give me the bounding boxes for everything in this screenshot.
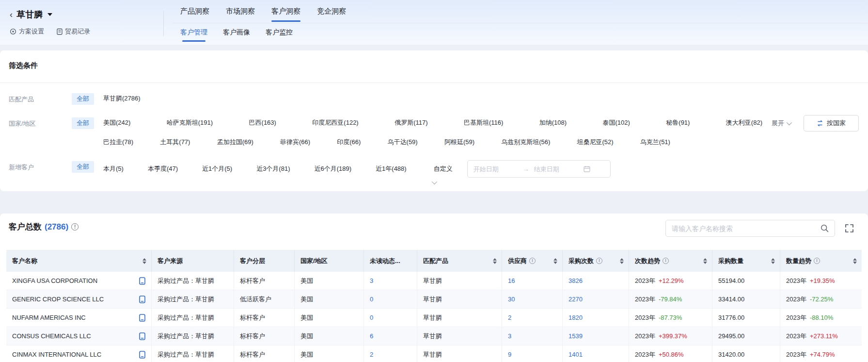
unread-updates-link[interactable]: 0: [370, 314, 373, 321]
country-option[interactable]: 澳大利亚(82): [726, 118, 762, 127]
country-option[interactable]: 印度(66): [337, 138, 361, 147]
sort-icon[interactable]: [553, 258, 557, 264]
country-option[interactable]: 巴拉圭(78): [103, 138, 133, 147]
period-option[interactable]: 近1个月(5): [202, 165, 232, 173]
contact-card-icon[interactable]: [139, 351, 145, 359]
unread-updates-link[interactable]: 6: [370, 332, 373, 340]
new-customer-filter-all[interactable]: 全部: [72, 161, 94, 173]
unread-updates-link[interactable]: 2: [370, 351, 373, 358]
purchase-count-link[interactable]: 1401: [568, 351, 583, 358]
column-header-quantity-trend[interactable]: 数量趋势!: [780, 250, 862, 272]
country-option[interactable]: 孟加拉国(69): [217, 138, 253, 147]
subtab-customer-management[interactable]: 客户管理: [180, 28, 207, 42]
suppliers-link[interactable]: 16: [508, 277, 515, 284]
scheme-settings-button[interactable]: 方案设置: [10, 27, 44, 36]
customer-search-input[interactable]: [672, 225, 817, 232]
customer-tier: 标杆客户: [234, 309, 295, 327]
customer-name[interactable]: XINGFA USA CORPORATION: [12, 277, 97, 284]
sort-icon[interactable]: [853, 258, 857, 264]
column-header-suppliers[interactable]: 供应商!: [502, 250, 563, 272]
country-option[interactable]: 巴西(163): [249, 118, 276, 127]
country-option[interactable]: 乌兹别克斯坦(56): [501, 138, 550, 147]
column-header-product[interactable]: 匹配产品: [417, 250, 502, 272]
tab-product-insight[interactable]: 产品洞察: [180, 7, 209, 22]
customer-name[interactable]: GENERIC CROP SCIENCE LLC: [12, 296, 104, 303]
fullscreen-icon[interactable]: [845, 224, 854, 233]
subtab-customer-profile[interactable]: 客户画像: [223, 28, 250, 42]
end-date-input[interactable]: [534, 165, 579, 173]
contact-card-icon[interactable]: [139, 277, 145, 285]
collapse-filter-button[interactable]: [422, 178, 446, 187]
start-date-input[interactable]: [473, 165, 518, 173]
country-option[interactable]: 乌干达(59): [388, 138, 418, 147]
table-row[interactable]: GENERIC CROP SCIENCE LLC 采购过产品：草甘膦 低活跃客户…: [6, 290, 862, 309]
subtab-customer-monitor[interactable]: 客户监控: [266, 28, 293, 42]
contact-card-icon[interactable]: [139, 314, 145, 322]
suppliers-link[interactable]: 3: [508, 332, 511, 340]
info-icon[interactable]: !: [596, 258, 602, 264]
table-row[interactable]: CINMAX INTERNATIONAL LLC 采购过产品：草甘膦 标杆客户 …: [6, 346, 862, 362]
table-row[interactable]: CONSUS CHEMICALS LLC 采购过产品：草甘膦 标杆客户 美国 6…: [6, 327, 862, 346]
unread-updates-link[interactable]: 0: [370, 296, 373, 303]
info-icon[interactable]: !: [814, 258, 820, 264]
sort-icon[interactable]: [620, 258, 624, 264]
country-option[interactable]: 坦桑尼亚(52): [577, 138, 614, 147]
search-icon[interactable]: [821, 224, 829, 232]
sort-icon[interactable]: [142, 258, 146, 264]
table-row[interactable]: NUFARM AMERICAS INC 采购过产品：草甘膦 标杆客户 美国 0 …: [6, 309, 862, 327]
purchase-count-link[interactable]: 3826: [568, 277, 583, 284]
trade-records-button[interactable]: 贸易记录: [57, 27, 90, 36]
sort-icon[interactable]: [493, 258, 497, 264]
column-header-name[interactable]: 客户名称: [6, 250, 152, 272]
country-option[interactable]: 土耳其(77): [160, 138, 190, 147]
sort-icon[interactable]: [771, 258, 775, 264]
period-option[interactable]: 本季度(47): [148, 165, 178, 173]
country-option[interactable]: 印度尼西亚(122): [312, 118, 358, 127]
country-option[interactable]: 俄罗斯(117): [395, 118, 427, 127]
country-option[interactable]: 乌克兰(51): [640, 138, 670, 147]
country-option[interactable]: 巴基斯坦(116): [464, 118, 503, 127]
contact-card-icon[interactable]: [139, 296, 145, 303]
column-header-purchases[interactable]: 采购次数!: [563, 250, 629, 272]
country-option[interactable]: 菲律宾(66): [280, 138, 310, 147]
purchase-count-link[interactable]: 1539: [568, 332, 583, 340]
country-option[interactable]: 泰国(102): [603, 118, 630, 127]
suppliers-link[interactable]: 2: [508, 314, 511, 321]
tab-competitor-insight[interactable]: 竞企洞察: [317, 7, 346, 22]
customer-name[interactable]: NUFARM AMERICAS INC: [12, 314, 86, 321]
period-option[interactable]: 近1年(488): [376, 165, 407, 173]
country-option[interactable]: 秘鲁(91): [666, 118, 690, 127]
country-filter-all[interactable]: 全部: [72, 117, 94, 129]
info-icon[interactable]: !: [663, 258, 669, 264]
country-option[interactable]: 哈萨克斯坦(191): [167, 118, 213, 127]
customer-name[interactable]: CONSUS CHEMICALS LLC: [12, 332, 91, 340]
column-header-quantity[interactable]: 采购数量: [712, 250, 780, 272]
country-expand-toggle[interactable]: 展开: [772, 119, 790, 128]
contact-card-icon[interactable]: [139, 332, 145, 340]
period-option[interactable]: 本月(5): [103, 165, 124, 173]
country-option[interactable]: 阿根廷(59): [444, 138, 474, 147]
tab-customer-insight[interactable]: 客户洞察: [271, 7, 300, 22]
sort-icon[interactable]: [703, 258, 707, 264]
suppliers-link[interactable]: 30: [508, 296, 515, 303]
period-option[interactable]: 近6个月(189): [315, 165, 352, 173]
info-icon[interactable]: !: [529, 258, 536, 264]
product-filter-all[interactable]: 全部: [72, 93, 94, 105]
tab-market-insight[interactable]: 市场洞察: [226, 7, 255, 22]
product-option[interactable]: 草甘膦(2786): [103, 94, 141, 103]
purchase-count-link[interactable]: 2270: [568, 296, 583, 303]
customer-name[interactable]: CINMAX INTERNATIONAL LLC: [12, 351, 101, 358]
period-option[interactable]: 近3个月(81): [256, 165, 290, 173]
purchase-count-link[interactable]: 1820: [568, 314, 583, 321]
custom-period-option[interactable]: 自定义: [434, 165, 453, 173]
column-header-count-trend[interactable]: 次数趋势!: [629, 250, 712, 272]
back-icon[interactable]: ‹: [10, 10, 13, 19]
unread-updates-link[interactable]: 3: [370, 277, 373, 284]
country-option[interactable]: 美国(242): [103, 118, 130, 127]
by-country-button[interactable]: 按国家: [804, 115, 859, 132]
info-icon[interactable]: !: [71, 223, 79, 230]
title-dropdown-icon[interactable]: [47, 13, 52, 16]
country-option[interactable]: 加纳(108): [539, 118, 567, 127]
suppliers-link[interactable]: 9: [508, 351, 511, 358]
table-row[interactable]: XINGFA USA CORPORATION 采购过产品：草甘膦 标杆客户 美国…: [6, 272, 862, 290]
